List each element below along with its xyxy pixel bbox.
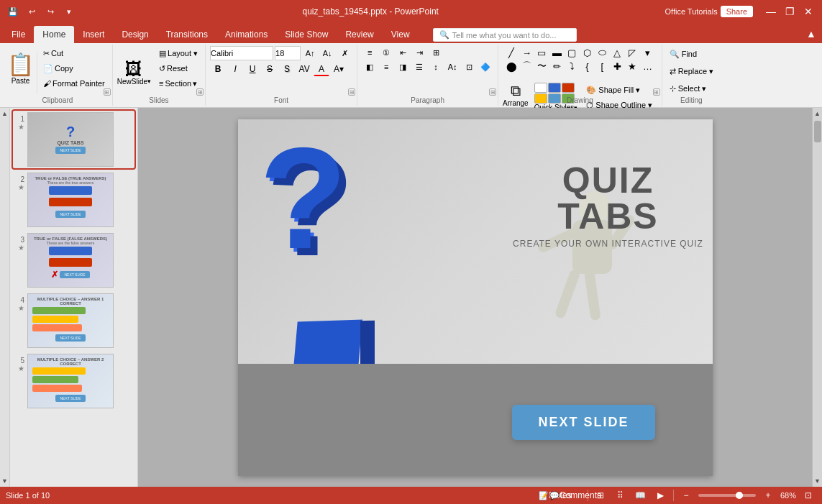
tab-home[interactable]: Home (34, 26, 74, 43)
layout-button[interactable]: ▤Layout ▾ (156, 46, 201, 60)
tab-transitions[interactable]: Transitions (157, 26, 216, 43)
shape-plus[interactable]: ✚ (610, 60, 624, 73)
italic-button[interactable]: I (227, 62, 243, 76)
shape-snip-rect[interactable]: ⬡ (580, 46, 594, 59)
restore-button[interactable]: ❐ (782, 4, 798, 19)
copy-button[interactable]: 📄Copy (40, 61, 108, 75)
tab-design[interactable]: Design (113, 26, 157, 43)
save-button[interactable]: 💾 (6, 4, 20, 19)
close-button[interactable]: ✕ (800, 4, 816, 19)
increase-indent-button[interactable]: ⇥ (411, 46, 427, 59)
shape-fill-button[interactable]: 🎨 Shape Fill ▾ (583, 83, 657, 97)
strikethrough-button[interactable]: S (262, 62, 278, 76)
shape-rect[interactable]: ▭ (534, 46, 549, 59)
shape-oval[interactable]: ⬭ (595, 46, 609, 59)
font-name-input[interactable] (210, 46, 273, 60)
smartart-button[interactable]: 🔷 (478, 60, 493, 73)
shape-rect2[interactable]: ▬ (549, 46, 564, 59)
slideshow-button[interactable]: ▶ (653, 489, 669, 502)
shape-line[interactable]: ╱ (504, 46, 519, 59)
slide-sorter-button[interactable]: ⠿ (613, 489, 629, 502)
clipboard-expand[interactable]: ⊞ (104, 88, 111, 96)
comments-button[interactable]: 💬 Comments (567, 489, 583, 502)
shape-more[interactable]: ▾ (640, 46, 654, 59)
scroll-right-down-button[interactable]: ▼ (813, 475, 823, 487)
undo-button[interactable]: ↩ (24, 4, 39, 19)
shape-more2[interactable]: … (640, 60, 654, 73)
shape-brace[interactable]: { (580, 60, 594, 73)
shadow-button[interactable]: S (279, 62, 295, 76)
columns-button[interactable]: ⊞ (428, 46, 444, 59)
normal-view-button[interactable]: ⊞ (593, 489, 608, 502)
scroll-up-button[interactable]: ▲ (0, 108, 10, 119)
redo-button[interactable]: ↪ (43, 4, 58, 19)
decrease-indent-button[interactable]: ⇤ (395, 46, 411, 59)
shape-bracket[interactable]: [ (595, 60, 609, 73)
cut-button[interactable]: ✂Cut (40, 46, 108, 60)
slide-thumbnail-4[interactable]: 4 ★ MULTIPLE CHOICE – ANSWER 1 CORRECT N… (13, 292, 134, 349)
font-expand[interactable]: ⊞ (348, 88, 355, 96)
zoom-in-button[interactable]: + (760, 489, 776, 502)
section-button[interactable]: ≡Section ▾ (156, 76, 201, 91)
line-spacing-button[interactable]: ↕ (428, 60, 444, 73)
slide-thumbnail-2[interactable]: 2 ★ TRUE or FALSE (TRUE ANSWERS) These a… (13, 171, 134, 229)
increase-font-button[interactable]: A↑ (302, 46, 318, 60)
align-right-button[interactable]: ◨ (395, 60, 411, 73)
tab-slideshow[interactable]: Slide Show (276, 26, 337, 43)
customize-quick-access-button[interactable]: ▾ (62, 4, 76, 19)
shape-callout[interactable]: ⬤ (504, 60, 519, 73)
char-spacing-button[interactable]: AV (296, 62, 312, 76)
shape-star[interactable]: ★ (625, 60, 639, 73)
minimize-button[interactable]: — (763, 4, 779, 19)
bold-button[interactable]: B (210, 62, 226, 76)
paste-button[interactable]: 📋 Paste (7, 52, 37, 93)
scroll-right-up-button[interactable]: ▲ (813, 108, 823, 119)
replace-button[interactable]: ⇄Replace ▾ (667, 63, 716, 79)
justify-button[interactable]: ☰ (411, 60, 427, 73)
tab-file[interactable]: File (3, 26, 34, 43)
right-scroll-thumb[interactable] (814, 121, 821, 142)
ribbon-collapse-button[interactable]: ▲ (803, 26, 819, 42)
shape-curve[interactable]: 〜 (534, 60, 549, 73)
highlight-button[interactable]: A▾ (331, 62, 347, 76)
share-button[interactable]: Share (721, 6, 753, 17)
reading-view-button[interactable]: 📖 (633, 489, 649, 502)
format-painter-button[interactable]: 🖌Format Painter (40, 76, 108, 91)
reset-button[interactable]: ↺Reset (156, 61, 201, 75)
tell-me-input[interactable]: 🔍 Tell me what you want to do... (433, 28, 577, 42)
new-slide-button[interactable]: 🖼 New Slide ▾ (117, 60, 151, 86)
tab-review[interactable]: Review (337, 26, 382, 43)
align-center-button[interactable]: ≡ (378, 60, 394, 73)
shape-free[interactable]: ✏ (549, 60, 564, 73)
zoom-thumb[interactable] (736, 492, 743, 499)
office-account-label[interactable]: Office Tutorials (665, 7, 717, 16)
bullets-button[interactable]: ≡ (362, 46, 378, 59)
shape-connector[interactable]: ⤵ (565, 60, 579, 73)
shape-right-triangle[interactable]: ◸ (625, 46, 639, 59)
numbering-button[interactable]: ① (378, 46, 394, 59)
tab-insert[interactable]: Insert (74, 26, 113, 43)
tab-view[interactable]: View (383, 26, 419, 43)
font-color-button[interactable]: A (314, 62, 329, 76)
shape-triangle[interactable]: △ (610, 46, 624, 59)
slide-thumbnail-3[interactable]: 3 ★ TRUE or FALSE (FALSE ANSWERS) These … (13, 232, 134, 289)
decrease-font-button[interactable]: A↓ (319, 46, 335, 60)
slide-thumbnail-1[interactable]: 1 ★ ? QUIZ TABS NEXT SLIDE (13, 111, 134, 168)
zoom-slider[interactable] (698, 494, 756, 497)
align-left-button[interactable]: ◧ (362, 60, 378, 73)
fit-slide-button[interactable]: ⊡ (800, 489, 816, 502)
underline-button[interactable]: U (245, 62, 260, 76)
slides-expand[interactable]: ⊞ (196, 88, 204, 96)
align-text-button[interactable]: ⊡ (461, 60, 477, 73)
next-slide-button[interactable]: NEXT SLIDE (512, 405, 654, 440)
tab-animations[interactable]: Animations (216, 26, 276, 43)
shape-arrow-line[interactable]: → (519, 46, 534, 59)
clear-format-button[interactable]: ✗ (337, 46, 352, 60)
drawing-expand[interactable]: ⊞ (653, 88, 660, 96)
paragraph-expand[interactable]: ⊞ (489, 88, 496, 96)
select-button[interactable]: ⊹Select ▾ (667, 81, 710, 96)
slide-thumbnail-5[interactable]: 5 ★ MULTIPLE CHOICE – ANSWER 2 CORRECT N… (13, 352, 134, 410)
find-button[interactable]: 🔍Find (667, 46, 700, 62)
scroll-down-button[interactable]: ▼ (0, 475, 10, 487)
zoom-out-button[interactable]: − (678, 489, 694, 502)
